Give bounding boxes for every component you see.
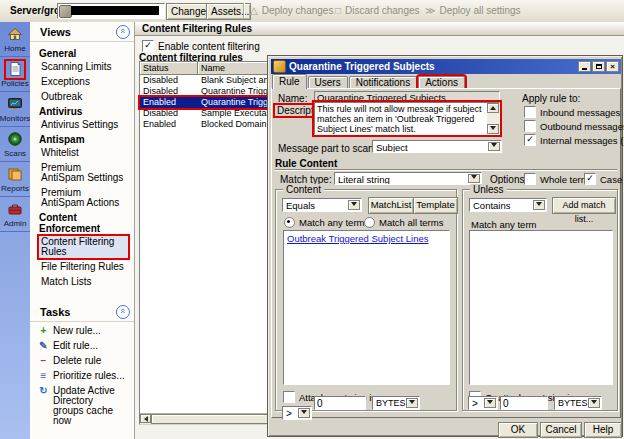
tasks-panel-header: Tasks «	[30, 302, 134, 322]
match-all-terms-radio[interactable]: Match all terms	[364, 217, 443, 228]
whole-term-checkbox[interactable]: Whole term	[524, 173, 589, 185]
description-text: This rule will not allow message if subj…	[317, 104, 485, 134]
match-type-dropdown[interactable]: Literal string	[334, 172, 482, 185]
unless-operator-dropdown[interactable]: Contains	[469, 198, 547, 212]
servergroup-combo[interactable]	[57, 3, 165, 19]
column-header-status[interactable]: Status	[140, 62, 198, 75]
unless-size-field[interactable]: 0	[500, 396, 548, 410]
deploy-all-settings-button[interactable]: ≫ Deploy all settings	[425, 5, 521, 16]
message-part-dropdown[interactable]: Subject	[372, 140, 502, 153]
toolbar-separator	[243, 3, 245, 18]
monitors-icon	[6, 96, 24, 113]
cancel-button[interactable]: Cancel	[540, 422, 582, 438]
content-size-field[interactable]: 0	[314, 396, 366, 410]
dialog-titlebar[interactable]: Quarantine Triggered Subjects ×	[271, 59, 621, 74]
enable-content-filtering-checkbox[interactable]: Enable content filtering	[142, 40, 260, 52]
unless-unit-dropdown[interactable]: BYTES	[554, 396, 602, 410]
discard-changes-button[interactable]: □ Discard changes	[335, 5, 420, 16]
scroll-up-icon[interactable]	[487, 103, 499, 113]
view-item-match-lists[interactable]: Match Lists	[39, 276, 128, 288]
content-operator-dropdown[interactable]: Equals	[282, 198, 362, 212]
name-label: Name:	[278, 93, 307, 104]
match-any-term-radio[interactable]: Match any term	[284, 217, 364, 228]
scroll-down-icon[interactable]	[487, 124, 499, 134]
tab-rule[interactable]: Rule	[272, 74, 307, 89]
close-icon[interactable]: ×	[606, 61, 619, 72]
chevron-down-icon	[488, 142, 500, 151]
case-checkbox[interactable]: Case	[584, 173, 622, 185]
checkbox-icon	[524, 173, 536, 185]
content-terms-listbox[interactable]: Outbreak Triggered Subject Lines	[283, 230, 450, 385]
description-field[interactable]: This rule will not allow message if subj…	[314, 102, 500, 135]
dialog-tabs: Rule Users Notifications Actions	[272, 75, 466, 89]
content-unit-dropdown[interactable]: BYTES	[372, 396, 420, 410]
outbound-messages-checkbox[interactable]: Outbound messages	[524, 120, 624, 132]
delete-rule-icon: −	[38, 356, 49, 366]
sidebar-item-reports[interactable]: Reports	[0, 162, 30, 197]
help-button[interactable]: Help	[584, 422, 622, 438]
task-delete-rule[interactable]: − Delete rule	[38, 356, 132, 366]
checkbox-icon	[283, 391, 295, 403]
description-scrollbar[interactable]	[487, 103, 499, 134]
view-item-exceptions[interactable]: Exceptions	[39, 76, 128, 88]
template-button[interactable]: Template	[413, 197, 458, 214]
tasks-collapse-button[interactable]: «	[116, 305, 130, 319]
sidebar-item-policies[interactable]: Policies	[0, 57, 30, 92]
deploy-all-icon: ≫	[425, 5, 435, 16]
internal-messages-checkbox[interactable]: Internal messages (store)	[524, 134, 624, 146]
sidebar-item-scans[interactable]: Scans	[0, 127, 30, 162]
prioritize-rules-icon: ≡	[38, 371, 49, 381]
task-prioritize-rules[interactable]: ≡ Prioritize rules...	[38, 371, 132, 381]
new-rule-icon: +	[38, 326, 49, 336]
unless-group: Unless Contains Add match list... Match …	[462, 189, 618, 411]
view-item-scanning-limits[interactable]: Scanning Limits	[39, 61, 128, 73]
rule-content-divider	[275, 169, 617, 170]
deploy-changes-button[interactable]: △ Deploy changes	[250, 5, 333, 16]
view-item-whitelist[interactable]: Whitelist	[39, 147, 128, 159]
chevron-down-icon	[298, 408, 310, 418]
unless-match-any-label: Match any term	[471, 219, 536, 230]
chevron-down-icon	[348, 200, 360, 210]
chevron-down-icon	[484, 398, 496, 408]
table-row-selected[interactable]: Enabled Quarantine Triggered	[140, 97, 268, 108]
task-update-ad-cache[interactable]: ↻ Update Active Directory groups cache n…	[38, 386, 132, 426]
views-panel: Views « General Scanning Limits Exceptio…	[30, 22, 135, 439]
unless-comparator-dropdown[interactable]: >	[468, 396, 498, 410]
task-edit-rule[interactable]: ✎ Edit rule...	[38, 341, 132, 351]
view-item-file-filtering-rules[interactable]: File Filtering Rules	[39, 261, 128, 273]
view-item-antivirus-settings[interactable]: Antivirus Settings	[39, 119, 128, 131]
task-new-rule[interactable]: + New rule...	[38, 326, 132, 336]
content-comparator-dropdown[interactable]: >	[282, 406, 312, 420]
checkbox-icon	[524, 134, 536, 146]
checkbox-icon	[524, 120, 536, 132]
redacted-servergroup-value	[71, 6, 159, 15]
add-match-list-button[interactable]: Add match list...	[552, 197, 616, 214]
policies-icon	[6, 61, 24, 78]
chevron-down-icon	[468, 174, 480, 183]
views-section-antivirus: Antivirus	[39, 106, 132, 117]
view-item-content-filtering-rules[interactable]: Content Filtering Rules	[39, 236, 128, 258]
match-list-link[interactable]: Outbreak Triggered Subject Lines	[287, 233, 429, 244]
sidebar-item-home[interactable]: Home	[0, 22, 30, 57]
view-item-premium-antispam-settings[interactable]: Premium AntiSpam Settings	[39, 162, 128, 184]
scroll-left-icon[interactable]	[140, 414, 151, 423]
chevron-down-icon	[533, 200, 545, 210]
radio-icon	[284, 217, 295, 228]
matchlist-button[interactable]: MatchList	[368, 197, 414, 214]
sidebar-item-admin[interactable]: Admin	[0, 197, 30, 232]
view-item-premium-antispam-actions[interactable]: Premium AntiSpam Actions	[39, 187, 128, 209]
ok-button[interactable]: OK	[498, 422, 538, 438]
minimize-icon[interactable]	[578, 61, 591, 72]
radio-icon	[364, 217, 375, 228]
inbound-messages-checkbox[interactable]: Inbound messages	[524, 106, 620, 118]
page-title: Content Filtering Rules	[135, 22, 624, 36]
checkbox-icon	[142, 40, 154, 52]
checkbox-icon	[524, 106, 536, 118]
sidebar-item-monitors[interactable]: Monitors	[0, 92, 30, 127]
content-group: Content Equals MatchList Template Match …	[275, 189, 457, 411]
maximize-icon[interactable]	[592, 61, 605, 72]
view-item-outbreak[interactable]: Outbreak	[39, 91, 128, 103]
unless-terms-listbox[interactable]	[469, 230, 613, 385]
views-collapse-button[interactable]: «	[116, 25, 130, 39]
apply-rule-label: Apply rule to:	[522, 93, 580, 104]
